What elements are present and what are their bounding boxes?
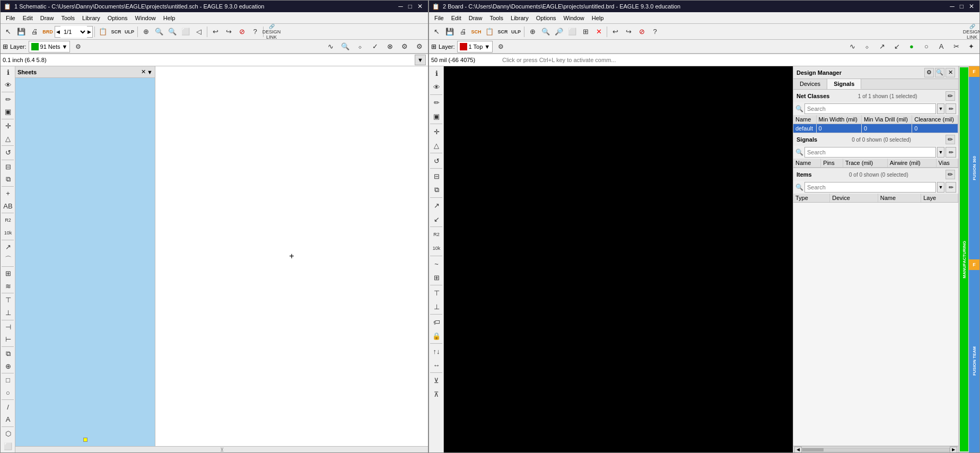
copy2-tool[interactable]: ⧉ xyxy=(1,347,15,360)
net-classes-row-default[interactable]: default 0 0 0 xyxy=(793,124,958,133)
net-classes-search-input[interactable] xyxy=(804,103,936,114)
sheets-close-btn[interactable]: ✕ xyxy=(141,68,146,75)
board-close-button[interactable]: ✕ xyxy=(967,3,976,10)
signal-tool[interactable]: ≋ xyxy=(1,280,15,293)
board-zoom-in[interactable]: 🔍 xyxy=(539,25,552,38)
board-zoom-in2[interactable]: ⊞ xyxy=(579,25,592,38)
board-maximize-button[interactable]: □ xyxy=(958,3,966,10)
board-move-tool[interactable]: ✛ xyxy=(429,125,444,138)
pinout-tool[interactable]: ⊗ xyxy=(383,40,396,53)
board-route-tool[interactable]: ⬦ xyxy=(861,40,873,53)
copy-button[interactable]: 📋 xyxy=(97,25,109,38)
info-button[interactable]: ? xyxy=(249,25,261,38)
board-r2-tool[interactable]: R2 xyxy=(429,228,444,241)
net-classes-edit-btn[interactable]: ✏ xyxy=(946,91,955,101)
board-menu-draw[interactable]: Draw xyxy=(466,14,486,22)
dm-settings-btn[interactable]: ⚙ xyxy=(924,68,934,77)
save-button[interactable]: 💾 xyxy=(15,25,28,38)
board-copy-button[interactable]: 📋 xyxy=(483,25,496,38)
board-sch-button[interactable]: SCH xyxy=(470,25,483,38)
circle-tool[interactable]: ○ xyxy=(1,387,15,399)
board-eye-tool[interactable]: 👁 xyxy=(429,80,444,94)
dm-search-btn[interactable]: 🔍 xyxy=(935,68,944,77)
board-info-tool[interactable]: ℹ xyxy=(429,66,444,80)
layer-settings-button[interactable]: ⚙ xyxy=(72,41,84,53)
info-tool[interactable]: ℹ xyxy=(1,66,15,79)
fusion-team-btn[interactable]: FUSION TEAM xyxy=(969,270,979,452)
undo-button[interactable]: ↩ xyxy=(209,25,222,38)
board-zoom-out[interactable]: 🔎 xyxy=(553,25,565,38)
board-scissors-tool[interactable]: ✂ xyxy=(950,40,962,53)
board-menu-file[interactable]: File xyxy=(431,14,447,22)
board-flip-tool[interactable]: ↔ xyxy=(429,358,444,372)
ulp-button[interactable]: ULP xyxy=(123,25,136,38)
menu-help[interactable]: Help xyxy=(160,14,179,22)
angle2-tool[interactable]: ⌒ xyxy=(1,253,15,266)
connect-tool[interactable]: ⊥ xyxy=(1,307,15,319)
polygon-tool[interactable]: ⬡ xyxy=(1,428,15,440)
board-bend-tool[interactable]: ↗ xyxy=(876,40,888,53)
angle-tool[interactable]: △ xyxy=(1,132,15,145)
zoom-out-button[interactable]: 🔍 xyxy=(166,25,179,38)
dm-scrollbar[interactable]: ◀ ▶ xyxy=(793,446,958,452)
scr-button[interactable]: SCR xyxy=(110,25,122,38)
scroll-left-btn[interactable]: ◀ xyxy=(794,447,802,453)
sheets-expand-btn[interactable]: ▼ xyxy=(147,68,153,75)
add-tool[interactable]: + xyxy=(1,187,15,200)
sheets-canvas[interactable] xyxy=(15,78,155,446)
board-pencil-tool[interactable]: ✏ xyxy=(429,95,444,109)
menu-window[interactable]: Window xyxy=(132,14,159,22)
fusion-360-btn[interactable]: FUSION 360 xyxy=(969,77,979,259)
board-scr-button[interactable]: SCR xyxy=(496,25,509,38)
board-angle-tool[interactable]: △ xyxy=(429,138,444,152)
menu-options[interactable]: Options xyxy=(104,14,131,22)
menu-draw[interactable]: Draw xyxy=(37,14,57,22)
r2-tool[interactable]: R2 xyxy=(1,214,15,227)
slash-tool[interactable]: / xyxy=(1,400,15,413)
board-zoom-out2[interactable]: ✕ xyxy=(592,25,605,38)
signals-search-input[interactable] xyxy=(804,147,936,158)
copy-tool[interactable]: ⧉ xyxy=(1,173,15,186)
board-layers-tool[interactable]: ⊟ xyxy=(429,169,444,183)
board-wave-tool[interactable]: ~ xyxy=(429,257,444,271)
menu-tools[interactable]: Tools xyxy=(58,14,78,22)
board-pointer-tool[interactable]: ↖ xyxy=(430,25,443,38)
move-tool[interactable]: ✛ xyxy=(1,120,15,133)
dm-close-btn[interactable]: ✕ xyxy=(946,68,955,77)
scroll-right-btn[interactable]: ▶ xyxy=(950,447,957,453)
tab-devices[interactable]: Devices xyxy=(793,79,827,89)
board-copy2-tool[interactable]: ⧉ xyxy=(429,183,444,197)
board-lock-tool[interactable]: 🔒 xyxy=(429,329,444,343)
print-button[interactable]: 🖨 xyxy=(28,25,41,38)
board-info[interactable]: ? xyxy=(649,25,661,38)
settings2-button[interactable]: ⚙ xyxy=(413,40,426,53)
bottom-handle[interactable]: ⊻ xyxy=(15,446,428,452)
board-menu-help[interactable]: Help xyxy=(589,14,607,22)
brd-button[interactable]: BRD xyxy=(41,25,54,38)
settings1-button[interactable]: ⚙ xyxy=(398,40,411,53)
board-select-tool[interactable]: ▣ xyxy=(429,109,444,123)
board-design-link[interactable]: 🔗 DESIGN LINK xyxy=(966,25,978,38)
net-classes-edit2-btn[interactable]: ✏ xyxy=(946,103,956,114)
board-circle-tool[interactable]: ○ xyxy=(920,40,933,53)
board-bend2-tool[interactable]: ↙ xyxy=(890,40,903,53)
undo-tool[interactable]: ↺ xyxy=(1,146,15,159)
board-menu-library[interactable]: Library xyxy=(508,14,532,22)
board-wire-tool[interactable]: ∿ xyxy=(846,40,859,53)
check-tool[interactable]: ✓ xyxy=(369,40,381,53)
menu-library[interactable]: Library xyxy=(79,14,103,22)
grid2-tool[interactable]: ⊞ xyxy=(1,267,15,280)
items-edit2-btn[interactable]: ✏ xyxy=(946,182,956,193)
square2-tool[interactable]: ⬜ xyxy=(1,440,15,452)
board-zoom-fit[interactable]: ⊕ xyxy=(526,25,539,38)
board-command-input[interactable] xyxy=(502,57,977,63)
close-button[interactable]: ✕ xyxy=(415,3,425,10)
board-menu-options[interactable]: Options xyxy=(533,14,559,22)
select-tool[interactable]: ▣ xyxy=(1,106,15,118)
board-undo[interactable]: ↩ xyxy=(609,25,622,38)
bus-tool[interactable]: ⊣ xyxy=(1,320,15,333)
signals-filter-btn[interactable]: ▼ xyxy=(937,147,944,158)
board-menu-window[interactable]: Window xyxy=(561,14,588,22)
board-10k-tool[interactable]: 10k xyxy=(429,241,444,255)
cmd-dropdown-btn[interactable]: ▼ xyxy=(415,55,426,65)
